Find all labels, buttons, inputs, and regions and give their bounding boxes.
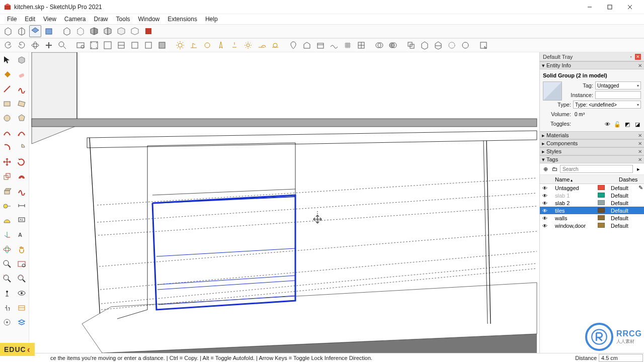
tag-name[interactable]: slab 1 (550, 193, 598, 199)
orbit-tool-icon[interactable] (0, 242, 15, 256)
sun-path-icon[interactable] (201, 39, 213, 51)
pie-icon[interactable] (15, 140, 29, 154)
arc2-icon[interactable] (15, 125, 29, 140)
light-icon[interactable] (228, 39, 240, 51)
text-icon[interactable]: A1 (15, 213, 29, 227)
minimize-button[interactable] (580, 0, 600, 14)
menu-file[interactable]: File (3, 15, 21, 24)
tag-name[interactable]: window,door (550, 223, 598, 229)
undo-camera-icon[interactable] (2, 39, 14, 51)
pencil-icon[interactable]: ✎ (637, 185, 644, 191)
section-display-icon[interactable] (129, 39, 141, 51)
solid-split-icon[interactable] (446, 39, 458, 51)
tag-row[interactable]: tilesDefault (540, 207, 644, 214)
panel-components-header[interactable]: ▸Components✕ (540, 139, 644, 147)
freehand-icon[interactable] (15, 81, 29, 96)
distance-input[interactable]: 4.5 cm (599, 354, 643, 362)
select-icon[interactable] (0, 52, 15, 67)
panel-close-icon[interactable]: ✕ (638, 141, 642, 146)
shadow-settings-icon[interactable] (174, 39, 186, 51)
tag-details-icon[interactable]: ▸ (635, 165, 642, 172)
close-button[interactable] (620, 0, 640, 14)
pan-icon[interactable] (43, 39, 55, 51)
tags-col-dashes[interactable]: Dashes (617, 176, 644, 183)
menu-view[interactable]: View (39, 15, 60, 24)
toggle-shadow-icon[interactable]: ◩ (624, 121, 631, 128)
menu-extensions[interactable]: Extensions (164, 15, 201, 24)
shadow-ground-icon[interactable] (188, 39, 200, 51)
scale-icon[interactable] (0, 169, 15, 184)
axes-icon[interactable] (0, 227, 15, 242)
rotate-icon[interactable] (15, 154, 29, 169)
solid-trim-icon[interactable] (432, 39, 444, 51)
solid-intersect-icon[interactable] (387, 39, 399, 51)
tag-visibility-icon[interactable] (540, 185, 550, 191)
tag-dashes[interactable]: Default (610, 193, 637, 199)
tag-color-swatch[interactable] (598, 208, 610, 214)
back-edges-icon[interactable] (142, 25, 154, 37)
wireframe-icon[interactable] (61, 25, 73, 37)
north-icon[interactable] (215, 39, 227, 51)
tags-search-input[interactable] (560, 165, 633, 173)
sun-icon[interactable] (242, 39, 254, 51)
solid-subtract-icon[interactable] (419, 39, 431, 51)
rot-rectangle-icon[interactable] (15, 96, 29, 111)
tag-visibility-icon[interactable] (540, 215, 550, 221)
tag-color-swatch[interactable] (598, 215, 610, 221)
iso-icon[interactable] (2, 25, 14, 37)
tag-select[interactable]: Untagged (595, 81, 641, 89)
menu-tools[interactable]: Tools (112, 15, 134, 24)
section-plane-icon[interactable] (15, 300, 29, 315)
toggle-lock-icon[interactable]: 🔓 (614, 121, 621, 128)
tray-pin-icon[interactable]: ▫ (628, 54, 634, 60)
sandbox-icon-2[interactable] (0, 315, 15, 329)
tag-name[interactable]: tiles (550, 208, 598, 214)
tag-row[interactable]: slab 1Default (540, 192, 644, 199)
paint-bucket-icon[interactable] (0, 67, 15, 81)
iso2-icon[interactable] (16, 25, 28, 37)
3dtext-icon[interactable]: A (15, 227, 29, 242)
menu-window[interactable]: Window (134, 15, 164, 24)
hidden-icon[interactable] (74, 25, 87, 37)
tape-measure-icon[interactable] (0, 198, 15, 213)
ext-warehouse-icon[interactable] (314, 39, 327, 51)
circle-icon[interactable] (0, 111, 15, 125)
walk-icon[interactable] (0, 300, 15, 315)
toggle-hidden-icon[interactable]: 👁 (604, 121, 611, 128)
panel-close-icon[interactable]: ✕ (638, 149, 642, 154)
tags-col-name[interactable]: Name▴ (550, 176, 605, 183)
zoom-tool-icon[interactable] (0, 256, 15, 271)
tag-dashes[interactable]: Default (610, 200, 637, 206)
menu-help[interactable]: Help (201, 15, 222, 24)
layers-icon[interactable] (15, 315, 29, 329)
zoom-ext-tool-icon[interactable] (15, 271, 29, 286)
tag-color-swatch[interactable] (598, 193, 610, 199)
solid-split2-icon[interactable] (459, 39, 471, 51)
add-tag-icon[interactable]: ⊕ (542, 165, 549, 172)
maximize-button[interactable] (600, 0, 620, 14)
tag-visibility-icon[interactable] (540, 223, 550, 229)
tag-visibility-icon[interactable] (540, 200, 550, 206)
tag-dashes[interactable]: Default (610, 185, 637, 191)
panel-close-icon[interactable]: ✕ (638, 133, 642, 138)
section-icon[interactable] (115, 39, 127, 51)
tag-name[interactable]: slab 2 (550, 200, 598, 206)
redo-camera-icon[interactable] (16, 39, 28, 51)
shaded-icon[interactable] (88, 25, 100, 37)
instance-field[interactable] (595, 91, 641, 99)
protractor-icon[interactable] (0, 213, 15, 227)
tray-close-icon[interactable]: ✕ (635, 54, 641, 60)
zoom-extents-icon[interactable] (88, 39, 100, 51)
panel-materials-header[interactable]: ▸Materials✕ (540, 131, 644, 139)
tag-name[interactable]: walls (550, 215, 598, 221)
front-view-icon[interactable] (43, 25, 55, 37)
previous-icon[interactable] (0, 271, 15, 286)
location-icon[interactable] (287, 39, 299, 51)
tag-visibility-icon[interactable] (540, 208, 550, 214)
zoom-win-tool-icon[interactable] (15, 256, 29, 271)
tag-color-swatch[interactable] (598, 223, 610, 229)
menu-edit[interactable]: Edit (21, 15, 39, 24)
zoom-icon[interactable] (56, 39, 68, 51)
arc-icon[interactable] (0, 125, 15, 140)
viewport[interactable] (29, 52, 539, 353)
